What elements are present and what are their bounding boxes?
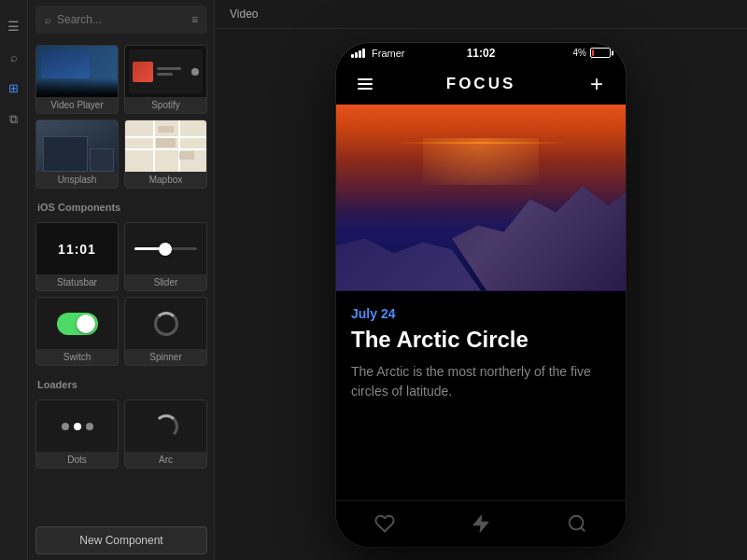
search-icon-sidebar[interactable]: ⌕ bbox=[10, 50, 18, 64]
app-header: FOCUS + bbox=[336, 63, 626, 105]
arc-label: Arc bbox=[159, 452, 173, 468]
dots-loader-card[interactable]: Dots bbox=[35, 399, 119, 469]
slider-label: Slider bbox=[154, 274, 178, 290]
signal-bar-4 bbox=[362, 49, 365, 58]
component-grid: Video Player bbox=[28, 39, 215, 194]
statusbar-right: 4% bbox=[573, 48, 611, 58]
arc-loader-card[interactable]: Arc bbox=[124, 399, 207, 469]
battery-percent: 4% bbox=[573, 48, 586, 58]
unsplash-label: Unsplash bbox=[58, 172, 97, 188]
search-nav-icon[interactable] bbox=[567, 513, 587, 534]
phone-screen: Framer 11:02 4% bbox=[336, 43, 626, 547]
ios-components-label: iOS Components bbox=[28, 194, 215, 217]
dots-label: Dots bbox=[67, 452, 87, 468]
statusbar-label: Statusbar bbox=[57, 274, 97, 290]
mapbox-card[interactable]: Mapbox bbox=[124, 119, 207, 189]
loader-arc bbox=[154, 414, 178, 439]
search-icon: ⌕ bbox=[45, 14, 51, 25]
new-component-button[interactable]: New Component bbox=[35, 526, 207, 554]
battery-icon bbox=[590, 48, 611, 58]
content-description: The Arctic is the most northerly of the … bbox=[351, 362, 611, 401]
dot-3 bbox=[86, 423, 93, 430]
search-bar: ⌕ ≡ bbox=[35, 6, 207, 34]
hamburger-line-1 bbox=[358, 78, 373, 80]
unsplash-card[interactable]: Unsplash bbox=[35, 119, 119, 189]
statusbar-time: 11:01 bbox=[58, 242, 96, 257]
signal-bars bbox=[351, 49, 365, 58]
phone-mockup: Framer 11:02 4% bbox=[336, 43, 626, 547]
ios-grid: 11:01 Statusbar Slider bbox=[28, 217, 215, 371]
menu-icon[interactable]: ☰ bbox=[7, 19, 20, 34]
carrier-name: Framer bbox=[372, 48, 404, 59]
menu-hamburger[interactable] bbox=[351, 78, 379, 90]
sidebar-content: ⌕ ≡ Video Player bbox=[28, 0, 215, 560]
layers-icon[interactable]: ⧉ bbox=[9, 112, 18, 127]
grid-icon[interactable]: ⊞ bbox=[8, 81, 19, 95]
dot-1 bbox=[62, 423, 69, 430]
statusbar-time: 11:02 bbox=[467, 47, 496, 60]
video-player-card[interactable]: Video Player bbox=[35, 45, 119, 114]
list-icon[interactable]: ≡ bbox=[191, 13, 198, 26]
right-area: Video Framer 11:02 bbox=[215, 0, 747, 560]
bottom-nav bbox=[336, 500, 626, 547]
hamburger-icon bbox=[358, 78, 373, 90]
hero-image bbox=[336, 105, 626, 291]
heart-nav-icon[interactable] bbox=[374, 513, 395, 534]
battery-fill bbox=[592, 49, 594, 56]
switch-card[interactable]: Switch bbox=[35, 297, 119, 366]
hamburger-line-3 bbox=[358, 88, 373, 90]
app-title: FOCUS bbox=[379, 75, 583, 93]
add-button[interactable]: + bbox=[583, 71, 611, 97]
video-player-label: Video Player bbox=[50, 97, 104, 113]
top-bar: Video bbox=[215, 0, 747, 29]
content-date: July 24 bbox=[351, 306, 611, 321]
content-section: July 24 The Arctic Circle The Arctic is … bbox=[336, 291, 626, 500]
switch-track[interactable] bbox=[57, 313, 98, 335]
loaders-grid: Dots Arc bbox=[28, 394, 215, 474]
svg-line-2 bbox=[582, 527, 585, 531]
statusbar-left: Framer bbox=[351, 48, 404, 59]
statusbar-card[interactable]: 11:01 Statusbar bbox=[35, 222, 119, 291]
sidebar: ☰ ⌕ ⊞ ⧉ ⌕ ≡ Video Player bbox=[0, 0, 215, 560]
top-bar-label: Video bbox=[230, 7, 258, 21]
signal-bar-3 bbox=[359, 50, 361, 58]
svg-marker-0 bbox=[473, 515, 489, 532]
spinner-card[interactable]: Spinner bbox=[124, 297, 207, 366]
spotify-label: Spotify bbox=[151, 97, 180, 113]
spotify-card[interactable]: Spotify bbox=[124, 45, 207, 114]
bolt-nav-icon[interactable] bbox=[471, 513, 491, 534]
slider-track bbox=[134, 247, 197, 250]
content-title: The Arctic Circle bbox=[351, 327, 611, 354]
switch-label: Switch bbox=[63, 349, 91, 365]
spinner-label: Spinner bbox=[149, 349, 181, 365]
hamburger-line-2 bbox=[358, 83, 373, 85]
hero-gradient bbox=[336, 105, 626, 291]
spinner-arc bbox=[154, 312, 178, 336]
dot-2 bbox=[74, 423, 81, 430]
mapbox-label: Mapbox bbox=[149, 172, 183, 188]
signal-bar-2 bbox=[355, 52, 358, 58]
sidebar-icon-strip: ☰ ⌕ ⊞ ⧉ bbox=[0, 0, 28, 560]
search-input[interactable] bbox=[57, 13, 186, 26]
signal-bar-1 bbox=[351, 54, 354, 58]
phone-area: Framer 11:02 4% bbox=[215, 29, 747, 560]
phone-statusbar: Framer 11:02 4% bbox=[336, 43, 626, 63]
loaders-label: Loaders bbox=[28, 371, 215, 394]
slider-card[interactable]: Slider bbox=[124, 222, 207, 291]
svg-point-1 bbox=[570, 516, 584, 530]
